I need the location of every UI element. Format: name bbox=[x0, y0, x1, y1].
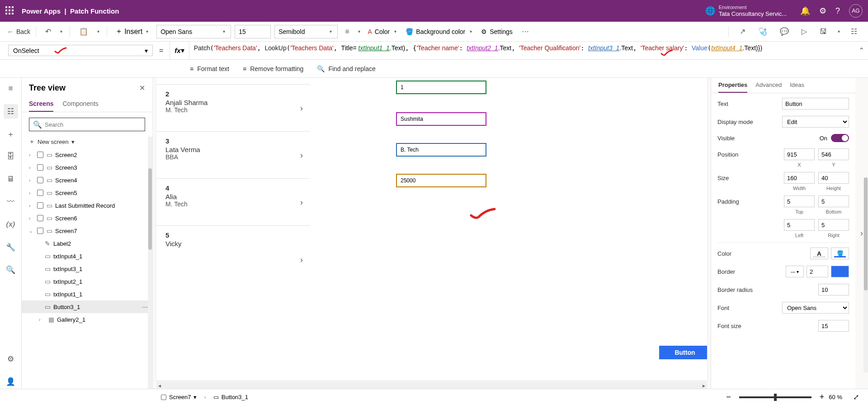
gear-icon[interactable]: ⚙ bbox=[819, 6, 826, 16]
save-chevron[interactable]: ▾ bbox=[836, 29, 842, 34]
user-avatar[interactable]: AG bbox=[849, 4, 863, 18]
fit-screen-icon[interactable]: ⤢ bbox=[853, 393, 859, 401]
prop-pad-bottom-input[interactable] bbox=[818, 195, 849, 207]
text-color-swatch[interactable]: A bbox=[810, 248, 828, 259]
canvas-button[interactable]: Button bbox=[659, 346, 707, 359]
paste-chevron[interactable]: ▾ bbox=[95, 29, 101, 34]
tree-item-txtinput2[interactable]: ▭txtInput2_1 bbox=[22, 275, 152, 288]
visible-toggle[interactable] bbox=[831, 134, 849, 142]
publish-icon[interactable]: ☷ bbox=[847, 25, 861, 38]
more-icon[interactable]: ⋯ bbox=[142, 304, 148, 310]
font-dropdown[interactable]: Open Sans▾ bbox=[156, 25, 231, 38]
gallery-item[interactable]: 2 Anjali Sharma M. Tech › bbox=[156, 85, 310, 132]
insert-button[interactable]: ＋ Insert ▾ bbox=[113, 27, 153, 36]
prop-pad-right-input[interactable] bbox=[818, 219, 849, 231]
gallery-item[interactable]: 4 Alia M. Tech › bbox=[156, 179, 310, 226]
zoom-out-button[interactable]: − bbox=[726, 392, 731, 402]
fx-button[interactable]: fx▾ bbox=[170, 42, 189, 59]
paste-button[interactable]: 📋 bbox=[75, 25, 92, 38]
search-rail-icon[interactable]: 🔍 bbox=[4, 262, 18, 277]
prop-font-dropdown[interactable]: Open Sans bbox=[782, 302, 849, 314]
comment-icon[interactable]: 💬 bbox=[776, 25, 793, 38]
prop-text-input[interactable] bbox=[782, 98, 849, 110]
share-icon[interactable]: ↗ bbox=[736, 25, 749, 38]
waffle-icon[interactable] bbox=[5, 6, 14, 15]
txtinput4[interactable] bbox=[396, 174, 486, 187]
prop-pad-top-input[interactable] bbox=[784, 195, 815, 207]
find-replace-button[interactable]: 🔍Find and replace bbox=[317, 65, 375, 72]
gallery[interactable]: Sushmita B. Tech › 2 Anjali Sharma M. Te… bbox=[156, 78, 310, 381]
tree-item-label2[interactable]: ✎Label2 bbox=[22, 237, 152, 250]
prop-pad-left-input[interactable] bbox=[784, 219, 815, 231]
tree-item-screen5[interactable]: ›▭Screen5 bbox=[22, 186, 152, 199]
zoom-slider[interactable] bbox=[739, 396, 811, 398]
prop-display-dropdown[interactable]: Edit bbox=[782, 116, 849, 128]
close-icon[interactable]: ✕ bbox=[139, 84, 145, 92]
settings-button[interactable]: ⚙ Settings bbox=[479, 28, 514, 35]
tree-item-txtinput1[interactable]: ▭txtInput1_1 bbox=[22, 288, 152, 300]
align-chevron[interactable]: ▾ bbox=[356, 29, 362, 34]
tab-screens[interactable]: Screens bbox=[29, 96, 53, 112]
formula-input[interactable]: Patch('Teachers Data', LookUp('Teachers … bbox=[189, 42, 854, 59]
gallery-item[interactable]: 5 Vicky › bbox=[156, 226, 310, 273]
tree-item-txtinput3[interactable]: ▭txtInput3_1 bbox=[22, 262, 152, 275]
tree-item-screen7[interactable]: ⌄▭Screen7 bbox=[22, 224, 152, 237]
prop-height-input[interactable] bbox=[818, 172, 849, 184]
media-icon[interactable]: 🖥 bbox=[4, 172, 18, 186]
zoom-handle[interactable] bbox=[774, 394, 777, 401]
formula-expand-icon[interactable]: ⌃ bbox=[854, 42, 868, 59]
gallery-item[interactable]: Sushmita B. Tech › bbox=[156, 78, 310, 85]
chevron-right-icon[interactable]: › bbox=[300, 197, 303, 207]
variables-icon[interactable]: (x) bbox=[4, 217, 18, 232]
font-size-input[interactable]: 15 bbox=[235, 25, 271, 38]
tree-item-button3[interactable]: ▭Button3_1⋯ bbox=[22, 300, 152, 313]
scroll-left-icon[interactable]: ◄ bbox=[156, 383, 163, 388]
settings-rail-icon[interactable]: ⚙ bbox=[4, 352, 18, 366]
tree-item-screen6[interactable]: ›▭Screen6 bbox=[22, 212, 152, 224]
play-icon[interactable]: ▷ bbox=[798, 25, 811, 38]
breadcrumb-screen[interactable]: Screen7 ▾ bbox=[158, 393, 199, 401]
canvas-scrollbar[interactable]: ◄ ► bbox=[156, 382, 707, 389]
search-input[interactable] bbox=[45, 121, 141, 128]
accessibility-icon[interactable]: 👤 bbox=[4, 374, 18, 389]
tab-components[interactable]: Components bbox=[62, 96, 98, 112]
tree-search[interactable]: 🔍 bbox=[29, 118, 145, 131]
txtinput1[interactable] bbox=[396, 81, 486, 94]
save-icon[interactable]: 🖫 bbox=[816, 26, 830, 38]
zoom-in-button[interactable]: + bbox=[820, 392, 825, 402]
prop-width-input[interactable] bbox=[784, 172, 815, 184]
tools-icon[interactable]: 🔧 bbox=[4, 240, 18, 254]
breadcrumb-control[interactable]: ▭ Button3_1 bbox=[211, 393, 251, 401]
tree-item-gallery2[interactable]: ›▦Gallery2_1 bbox=[22, 313, 152, 326]
align-icon[interactable]: ≡ bbox=[341, 26, 353, 38]
undo-chevron[interactable]: ▾ bbox=[58, 29, 64, 34]
tab-advanced[interactable]: Advanced bbox=[755, 80, 782, 93]
more-icon[interactable]: ⋯ bbox=[518, 25, 533, 38]
checker-icon[interactable]: 🩺 bbox=[755, 25, 771, 38]
back-button[interactable]: ← Back bbox=[7, 28, 30, 35]
tree-item-screen4[interactable]: ›▭Screen4 bbox=[22, 174, 152, 186]
tree-item-screen3[interactable]: ›▭Screen3 bbox=[22, 161, 152, 174]
border-style-dropdown[interactable]: — ▾ bbox=[786, 266, 804, 277]
remove-formatting-button[interactable]: ≡Remove formatting bbox=[243, 65, 303, 72]
tree-item-last-submitted[interactable]: ›▭Last Submitted Record bbox=[22, 199, 152, 212]
insert-icon[interactable]: ＋ bbox=[4, 127, 18, 141]
scroll-right-icon[interactable]: ► bbox=[701, 383, 707, 388]
canvas[interactable]: Sushmita B. Tech › 2 Anjali Sharma M. Te… bbox=[156, 78, 707, 381]
txtinput2[interactable] bbox=[396, 112, 486, 126]
prop-x-input[interactable] bbox=[784, 148, 815, 160]
data-icon[interactable]: 🗄 bbox=[4, 149, 18, 164]
prop-y-input[interactable] bbox=[818, 148, 849, 160]
border-width-input[interactable] bbox=[807, 266, 828, 277]
color-button[interactable]: A Color ▾ bbox=[366, 28, 400, 35]
notifications-icon[interactable]: 🔔 bbox=[800, 6, 810, 16]
font-weight-dropdown[interactable]: Semibold▾ bbox=[274, 25, 338, 38]
gallery-item[interactable]: 3 Lata Verma BBA › bbox=[156, 132, 310, 179]
tab-properties[interactable]: Properties bbox=[718, 80, 747, 93]
chevron-right-icon[interactable]: › bbox=[300, 255, 303, 265]
tab-ideas[interactable]: Ideas bbox=[790, 80, 804, 93]
new-screen-button[interactable]: ＋ New screen ▾ bbox=[22, 135, 152, 148]
undo-button[interactable]: ↶ bbox=[42, 25, 55, 38]
fill-color-swatch[interactable]: 🪣 bbox=[831, 248, 849, 259]
border-color-swatch[interactable] bbox=[831, 266, 849, 277]
